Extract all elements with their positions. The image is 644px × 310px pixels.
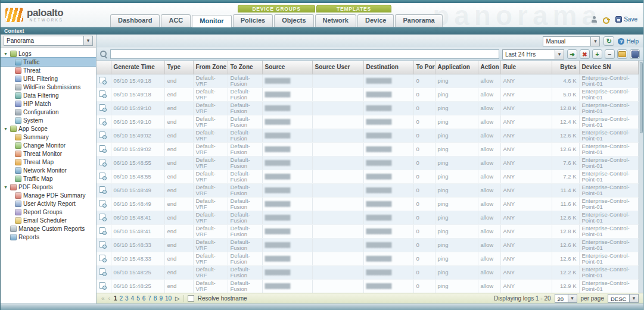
tab-objects[interactable]: Objects xyxy=(274,14,313,27)
per-page-select[interactable]: 20 xyxy=(555,294,577,303)
table-row[interactable]: 06/10 15:49:18endDefault-VRFDefault-Fusi… xyxy=(97,74,639,87)
table-row[interactable]: 06/10 15:49:10endDefault-VRFDefault-Fusi… xyxy=(97,101,639,115)
page-4[interactable]: 4 xyxy=(131,295,135,302)
page-10[interactable]: 10 xyxy=(165,295,172,302)
table-row[interactable]: 06/10 15:48:49endDefault-VRFDefault-Fusi… xyxy=(97,183,639,197)
log-detail-icon[interactable] xyxy=(99,145,105,152)
sidebar-item-report-groups[interactable]: Report Groups xyxy=(1,208,96,216)
context-select[interactable]: Panorama xyxy=(4,36,93,46)
collapse-icon[interactable]: ▼ xyxy=(4,185,8,189)
column-header-to-port[interactable]: To Port xyxy=(413,61,435,74)
collapse-icon[interactable]: ▼ xyxy=(4,127,8,131)
column-header-action[interactable]: Action xyxy=(478,61,500,74)
page-2[interactable]: 2 xyxy=(119,295,123,302)
save-filter-icon[interactable] xyxy=(630,49,640,59)
resolve-hostname-checkbox[interactable] xyxy=(188,295,194,302)
table-row[interactable]: 06/10 15:48:55endDefault-VRFDefault-Fusi… xyxy=(97,170,639,183)
log-detail-icon[interactable] xyxy=(99,173,105,179)
key-icon[interactable] xyxy=(603,17,610,21)
clear-filter-icon[interactable]: ✖ xyxy=(580,49,590,59)
chevron-down-icon[interactable] xyxy=(83,36,92,45)
table-row[interactable]: 06/10 15:48:25endDefault-VRFDefault-Fusi… xyxy=(97,265,639,279)
add-filter-icon[interactable]: + xyxy=(592,49,602,59)
log-detail-icon[interactable] xyxy=(99,118,105,124)
log-detail-icon[interactable] xyxy=(99,90,105,97)
column-header-rule[interactable]: Rule xyxy=(500,61,552,74)
table-row[interactable]: 06/10 15:48:49endDefault-VRFDefault-Fusi… xyxy=(97,197,639,211)
table-row[interactable]: 06/10 15:48:33endDefault-VRFDefault-Fusi… xyxy=(97,252,639,265)
sidebar-item-logs[interactable]: ▼Logs xyxy=(1,49,96,58)
column-header-to-zone[interactable]: To Zone xyxy=(228,61,262,74)
chevron-down-icon[interactable] xyxy=(555,50,564,59)
table-scrollbar-thumb[interactable] xyxy=(640,62,643,133)
table-row[interactable]: 06/10 15:48:55endDefault-VRFDefault-Fusi… xyxy=(97,156,639,170)
column-header-from-zone[interactable]: From Zone xyxy=(193,61,228,74)
page-8[interactable]: 8 xyxy=(154,295,157,302)
chevron-down-icon[interactable] xyxy=(629,295,638,302)
sidebar-item-threat[interactable]: Threat xyxy=(1,66,96,74)
sidebar-item-manage-pdf-summary[interactable]: Manage PDF Summary xyxy=(1,191,96,199)
sidebar-item-threat-monitor[interactable]: Threat Monitor xyxy=(1,149,96,158)
tab-monitor[interactable]: Monitor xyxy=(192,15,231,27)
tab-policies[interactable]: Policies xyxy=(233,14,273,27)
column-header-application[interactable]: Application xyxy=(435,61,478,74)
device-groups-tab[interactable]: DEVICE GROUPS xyxy=(238,5,315,12)
sidebar-item-url-filtering[interactable]: URL Filtering xyxy=(1,74,96,83)
log-filter-input[interactable] xyxy=(110,49,499,59)
templates-tab[interactable]: TEMPLATES xyxy=(316,5,391,12)
log-detail-icon[interactable] xyxy=(99,255,105,261)
log-detail-icon[interactable] xyxy=(99,77,105,83)
previous-page-icon[interactable]: ‹ xyxy=(108,295,110,302)
page-1[interactable]: 1 xyxy=(114,295,117,302)
sidebar-item-data-filtering[interactable]: Data Filtering xyxy=(1,91,96,99)
sidebar-item-network-monitor[interactable]: Network Monitor xyxy=(1,166,96,174)
tab-panorama[interactable]: Panorama xyxy=(395,14,442,27)
save-button[interactable]: Save xyxy=(615,16,637,23)
first-page-icon[interactable]: « xyxy=(101,295,105,302)
sidebar-item-configuration[interactable]: Configuration xyxy=(1,108,96,116)
column-header-generate-time[interactable]: Generate Time xyxy=(111,61,164,74)
sidebar-item-traffic-map[interactable]: Traffic Map xyxy=(1,174,96,183)
sidebar-item-change-monitor[interactable]: Change Monitor xyxy=(1,141,96,149)
table-row[interactable]: 06/10 15:48:41endDefault-VRFDefault-Fusi… xyxy=(97,224,639,238)
log-detail-icon[interactable] xyxy=(99,268,105,275)
sidebar-item-pdf-reports[interactable]: ▼PDF Reports xyxy=(1,183,96,191)
table-scrollbar[interactable] xyxy=(639,61,643,293)
table-row[interactable]: 06/10 15:48:33endDefault-VRFDefault-Fusi… xyxy=(97,238,639,252)
page-7[interactable]: 7 xyxy=(148,295,151,302)
table-row[interactable]: 06/10 15:49:02endDefault-VRFDefault-Fusi… xyxy=(97,129,639,142)
table-row[interactable]: 06/10 15:48:41endDefault-VRFDefault-Fusi… xyxy=(97,211,639,224)
user-icon[interactable] xyxy=(591,16,598,23)
table-row[interactable]: 06/10 15:49:18endDefault-VRFDefault-Fusi… xyxy=(97,87,639,101)
chevron-down-icon[interactable] xyxy=(590,37,599,46)
commit-mode-select[interactable]: Manual xyxy=(543,36,600,46)
sidebar-item-hip-match[interactable]: HIP Match xyxy=(1,99,96,108)
sidebar-item-app-scope[interactable]: ▼App Scope xyxy=(1,124,96,133)
log-detail-icon[interactable] xyxy=(99,159,105,165)
log-detail-icon[interactable] xyxy=(99,200,105,206)
sidebar-item-user-activity-report[interactable]: User Activity Report xyxy=(1,199,96,208)
sidebar-item-email-scheduler[interactable]: Email Scheduler xyxy=(1,216,96,224)
chevron-down-icon[interactable] xyxy=(568,295,577,302)
sidebar-item-reports[interactable]: Reports xyxy=(1,233,96,241)
tab-network[interactable]: Network xyxy=(315,14,356,27)
column-header-source-user[interactable]: Source User xyxy=(312,61,363,74)
table-row[interactable]: 06/10 15:49:10endDefault-VRFDefault-Fusi… xyxy=(97,115,639,129)
column-header-bytes[interactable]: Bytes xyxy=(552,61,579,74)
column-header-device-sn[interactable]: Device SN xyxy=(579,61,639,74)
log-detail-icon[interactable] xyxy=(99,241,105,248)
sidebar-item-system[interactable]: System xyxy=(1,116,96,124)
help-button[interactable]: Help xyxy=(618,38,639,45)
tab-dashboard[interactable]: Dashboard xyxy=(110,14,160,27)
refresh-button[interactable]: ↻ xyxy=(603,36,614,46)
next-page-icon[interactable]: ▷ xyxy=(175,295,180,302)
log-detail-icon[interactable] xyxy=(99,282,105,289)
sidebar-item-summary[interactable]: Summary xyxy=(1,133,96,141)
page-6[interactable]: 6 xyxy=(142,295,146,302)
negate-filter-icon[interactable]: − xyxy=(605,49,615,59)
page-9[interactable]: 9 xyxy=(159,295,163,302)
table-row[interactable]: 06/10 15:48:25endDefault-VRFDefault-Fusi… xyxy=(97,279,639,293)
column-header-source[interactable]: Source xyxy=(262,61,312,74)
log-detail-icon[interactable] xyxy=(99,131,105,138)
table-row[interactable]: 06/10 15:49:02endDefault-VRFDefault-Fusi… xyxy=(97,142,639,156)
